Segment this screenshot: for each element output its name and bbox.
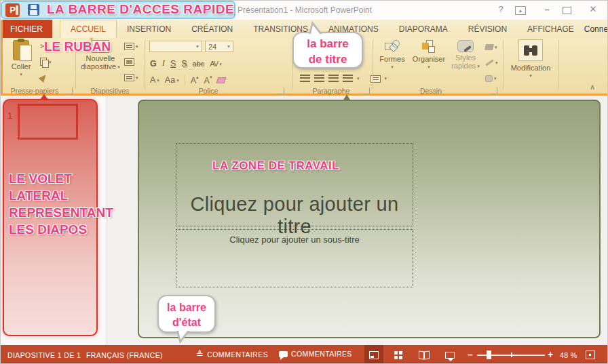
section-icon: [124, 74, 134, 81]
new-slide-label: Nouvelle: [79, 54, 121, 62]
shapes-label: Formes: [377, 55, 408, 63]
slide-counter[interactable]: DIAPOSITIVE 1 DE 1: [7, 351, 81, 359]
shape-outline-button[interactable]: ▾: [485, 58, 498, 68]
slide-sorter-view-button[interactable]: [389, 345, 408, 364]
change-case-button[interactable]: Aa: [165, 75, 179, 85]
paragraph-dialog-launcher[interactable]: [363, 87, 370, 94]
group-separator: [145, 40, 145, 89]
text-direction-icon[interactable]: [370, 75, 381, 83]
reading-view-button[interactable]: [415, 345, 434, 364]
format-painter-icon: [39, 73, 49, 83]
shape-fill-button[interactable]: ▾: [485, 42, 497, 52]
tab-diaporama[interactable]: DIAPORAMA: [389, 20, 458, 38]
shape-outline-icon: [485, 60, 493, 66]
underline-button[interactable]: S: [170, 59, 176, 68]
workspace: 1 LE VOLET LATERAL REPRESENTANT LES DIAP…: [1, 96, 608, 345]
annotation-bubble-title-bar: la barre de titre: [292, 32, 363, 68]
text-shadow-button[interactable]: S: [181, 59, 187, 68]
shrink-font-button[interactable]: A: [204, 75, 212, 85]
language-indicator[interactable]: FRANÇAIS (FRANCE): [86, 351, 163, 359]
layout-icon: [124, 43, 134, 50]
subtitle-placeholder-text: Cliquez pour ajouter un sous-titre: [176, 235, 413, 245]
comments-toggle[interactable]: COMMENTAIRES: [279, 350, 352, 358]
close-icon[interactable]: ✕: [586, 4, 601, 14]
new-slide-label-2: diapositive: [79, 62, 121, 71]
tab-accueil[interactable]: ACCUEIL: [60, 20, 117, 38]
font-size-chevron-icon: ▾: [225, 43, 230, 49]
slideshow-view-button[interactable]: [440, 345, 459, 364]
font-name-chevron-icon: ▾: [193, 43, 199, 49]
quick-styles-icon: [457, 40, 474, 52]
quick-styles-button[interactable]: Styles rapides: [449, 40, 482, 70]
bubble-tail: [178, 330, 188, 340]
arrange-label: Organiser: [411, 55, 447, 63]
help-icon[interactable]: ?: [493, 4, 508, 14]
title-bar: P ↶ ▾ LA BARRE D'ACCES RAPIDE Présentati…: [1, 1, 608, 20]
strikethrough-button[interactable]: abc: [193, 60, 205, 68]
reset-icon: [124, 58, 134, 66]
align-right-icon[interactable]: [328, 75, 339, 83]
tab-revision[interactable]: RÉVISION: [458, 20, 517, 38]
shape-effects-button[interactable]: ▾: [485, 73, 497, 83]
editing-chevron-icon: ▾: [506, 72, 556, 80]
group-separator: [558, 40, 559, 89]
zoom-percentage[interactable]: 48 %: [560, 351, 577, 359]
tab-creation[interactable]: CRÉATION: [181, 20, 243, 38]
slideshow-icon: [445, 352, 455, 359]
arrange-button[interactable]: Organiser ▾: [411, 40, 447, 71]
editing-label: Modification: [506, 64, 556, 72]
font-size-combobox[interactable]: 24 ▾: [205, 41, 233, 52]
comment-icon: [279, 351, 288, 357]
paste-chevron-icon: ▾: [6, 70, 36, 79]
tab-affichage[interactable]: AFFICHAGE: [517, 20, 584, 38]
font-dialog-launcher[interactable]: [278, 87, 284, 94]
save-icon[interactable]: [28, 4, 39, 16]
zoom-out-button[interactable]: –: [468, 349, 473, 360]
annotation-bubble-status-bar: la barre d'état: [157, 295, 216, 333]
shapes-chevron-icon: ▾: [377, 63, 408, 71]
window-title: Présentation1 - Microsoft PowerPoint: [238, 5, 372, 15]
format-painter-button[interactable]: [40, 73, 47, 83]
restore-window-icon[interactable]: [563, 7, 571, 14]
bubble-tail: [311, 25, 320, 35]
powerpoint-logo-icon[interactable]: P: [5, 3, 20, 17]
reading-view-icon: [419, 351, 430, 359]
drawing-dialog-launcher[interactable]: [491, 87, 497, 94]
shapes-button[interactable]: Formes ▾: [377, 40, 408, 71]
align-center-icon[interactable]: [314, 75, 324, 83]
reset-slide-button[interactable]: [124, 57, 134, 67]
font-name-combobox[interactable]: ▾: [149, 41, 202, 52]
copy-button[interactable]: ▾: [40, 57, 52, 67]
clipboard-dialog-launcher[interactable]: [66, 87, 73, 94]
italic-button[interactable]: I: [162, 58, 165, 68]
tab-fichier[interactable]: FICHIER: [1, 20, 52, 38]
normal-view-button[interactable]: [364, 345, 383, 364]
minimize-icon[interactable]: –: [539, 4, 554, 14]
zoom-in-button[interactable]: +: [548, 349, 554, 360]
text-effects-button[interactable]: A: [150, 75, 159, 85]
editing-button[interactable]: Modification ▾: [506, 39, 556, 80]
grow-font-button[interactable]: A: [191, 75, 199, 85]
shape-effects-icon: [485, 75, 493, 82]
slide-layout-button[interactable]: ▾: [124, 41, 138, 52]
tab-insertion[interactable]: INSERTION: [117, 20, 181, 38]
ribbon-display-options-icon[interactable]: ▴: [515, 6, 526, 15]
arrange-icon: [422, 40, 436, 54]
shapes-icon: [385, 40, 400, 54]
fit-slide-to-window-icon[interactable]: [586, 350, 595, 359]
align-left-icon[interactable]: [300, 75, 310, 83]
character-spacing-button[interactable]: AV: [210, 60, 221, 68]
paste-button[interactable]: Coller ▾: [6, 40, 36, 79]
group-separator: [373, 40, 373, 89]
account-signin[interactable]: Connexion: [584, 20, 608, 38]
zoom-slider-midpoint: [511, 352, 512, 357]
clear-formatting-icon[interactable]: [216, 77, 227, 83]
quick-styles-label-2: rapides: [449, 62, 482, 70]
justify-icon[interactable]: [343, 75, 353, 83]
binoculars-icon: [518, 39, 543, 61]
section-button[interactable]: ▾: [124, 73, 138, 83]
bold-button[interactable]: G: [150, 59, 157, 68]
notes-toggle[interactable]: ≜ COMMENTAIRES: [196, 350, 268, 359]
zoom-slider-thumb[interactable]: [487, 350, 491, 359]
collapse-ribbon-icon[interactable]: ∧: [590, 83, 595, 92]
